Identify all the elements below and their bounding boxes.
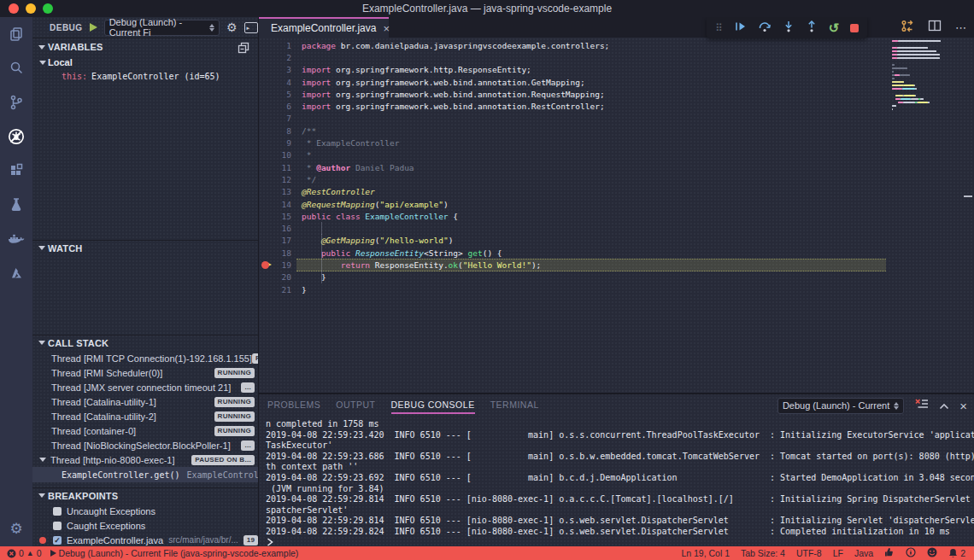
source-control-icon[interactable] <box>0 85 32 120</box>
line-number[interactable]: 7 <box>259 114 291 123</box>
close-tab-icon[interactable]: × <box>383 23 390 34</box>
code-line[interactable]: 10 * <box>259 149 974 161</box>
encoding[interactable]: UTF-8 <box>796 548 822 558</box>
call-stack-thread[interactable]: Thread [RMI Scheduler(0)]RUNNING <box>32 365 258 380</box>
indentation[interactable]: Tab Size: 4 <box>741 548 785 558</box>
line-number[interactable]: 4 <box>259 78 291 87</box>
breakpoint-checkbox[interactable] <box>53 522 62 530</box>
line-number[interactable]: 15 <box>259 212 291 221</box>
line-number[interactable]: 21 <box>259 285 291 295</box>
line-number[interactable]: 12 <box>259 175 291 184</box>
breakpoints-section-header[interactable]: BREAKPOINTS <box>32 487 258 503</box>
toolbar-drag-handle[interactable]: ⠿ <box>715 22 723 34</box>
call-stack-section-header[interactable]: CALL STACK <box>32 335 258 350</box>
code-line[interactable]: 2 <box>259 51 974 63</box>
configure-gear-icon[interactable]: ⚙ <box>226 20 238 34</box>
code-line[interactable]: 9 * ExampleController <box>259 137 974 149</box>
step-over-button[interactable] <box>758 20 772 36</box>
code-line[interactable]: 1package br.com.danielpadua.javaspringvs… <box>259 39 974 51</box>
line-number[interactable]: 18 <box>259 248 291 258</box>
extensions-icon[interactable] <box>0 154 32 188</box>
code-line[interactable]: 6import org.springframework.web.bind.ann… <box>259 100 974 112</box>
code-line[interactable]: 3import org.springframework.http.Respons… <box>259 64 974 76</box>
call-stack-thread[interactable]: Thread [http-nio-8080-exec-1]PAUSED ON B… <box>32 452 258 467</box>
line-number[interactable]: 5 <box>259 90 291 99</box>
azure-icon[interactable] <box>0 256 32 290</box>
line-number[interactable]: 13 <box>259 187 291 196</box>
clear-console-icon[interactable] <box>914 398 929 413</box>
breakpoint-item[interactable]: ✓ExampleController.javasrc/main/java/br/… <box>32 533 258 547</box>
code-line[interactable]: 13@RestController <box>259 186 974 198</box>
variables-scope-local[interactable]: Local <box>32 55 258 69</box>
code-line[interactable]: 15public class ExampleController { <box>259 210 974 222</box>
call-stack-thread[interactable]: Thread [JMX server connection timeout 21… <box>32 380 258 394</box>
maximize-window-button[interactable] <box>43 3 53 14</box>
close-window-button[interactable] <box>9 3 19 14</box>
breakpoint-item[interactable]: Caught Exceptions <box>32 518 258 533</box>
test-explorer-icon[interactable] <box>0 188 32 222</box>
line-number[interactable]: 17 <box>259 236 291 245</box>
tab-examplecontroller-java[interactable]: ExampleController.java × <box>259 17 389 38</box>
line-number[interactable]: 10 <box>259 150 291 160</box>
debug-session-picker[interactable]: Debug (Launch) - Current <box>777 398 904 414</box>
call-stack-thread[interactable]: Thread [container-0]RUNNING <box>32 423 258 438</box>
panel-tab-terminal[interactable]: TERMINAL <box>490 396 539 415</box>
continue-button[interactable] <box>734 20 747 36</box>
restart-button[interactable]: ↺ <box>829 22 840 34</box>
settings-gear-icon[interactable]: ⚙ <box>0 514 32 543</box>
code-line[interactable]: 11 * @author Daniel Padua <box>259 161 974 173</box>
code-line[interactable]: 17 @GetMapping("/hello-world") <box>259 235 974 247</box>
line-number[interactable]: 6 <box>259 102 291 111</box>
collapse-all-icon[interactable] <box>238 42 249 55</box>
code-line[interactable]: 5import org.springframework.web.bind.ann… <box>259 88 974 100</box>
variables-section-header[interactable]: VARIABLES <box>32 39 258 55</box>
code-line[interactable]: 4import org.springframework.web.bind.ann… <box>259 76 974 88</box>
search-icon[interactable] <box>0 51 32 85</box>
code-line[interactable]: 21} <box>259 283 974 295</box>
code-line[interactable]: 20 } <box>259 271 974 283</box>
stack-frame-selected[interactable]: ExampleController.get()ExampleControlle.… <box>32 467 258 482</box>
docker-icon[interactable] <box>0 222 32 256</box>
console-output[interactable]: n completed in 1758 ms2019-04-08 22:59:2… <box>259 417 974 536</box>
code-line[interactable]: 16 <box>259 222 974 234</box>
call-stack-thread[interactable]: Thread [Catalina-utility-1]RUNNING <box>32 394 258 409</box>
debug-config-picker[interactable]: Debug (Launch) - Current Fi <box>104 20 220 36</box>
language-mode[interactable]: Java <box>854 548 873 558</box>
code-editor[interactable]: 1package br.com.danielpadua.javaspringvs… <box>259 38 974 393</box>
notifications-bell[interactable]: 2 <box>948 548 965 558</box>
more-actions-icon[interactable]: ⋯ <box>955 21 967 34</box>
debug-console-toggle-icon[interactable]: ▸ <box>244 22 258 33</box>
breakpoint-paused-indicator[interactable] <box>259 259 273 271</box>
problems-status[interactable]: 0 ▲ 0 <box>7 548 42 558</box>
breakpoint-item[interactable]: Uncaught Exceptions <box>32 504 258 518</box>
panel-tab-output[interactable]: OUTPUT <box>336 396 375 415</box>
feedback-smiley-icon[interactable] <box>927 547 937 559</box>
panel-tab-debug-console[interactable]: DEBUG CONSOLE <box>391 396 475 415</box>
code-line[interactable]: 14@RequestMapping("api/example") <box>259 198 974 210</box>
code-line[interactable]: 7 <box>259 113 974 125</box>
code-line[interactable]: 19 return ResponseEntity.ok("Hello World… <box>259 259 974 271</box>
line-number[interactable]: 11 <box>259 163 291 172</box>
panel-tab-problems[interactable]: PROBLEMS <box>267 396 320 415</box>
line-number[interactable]: 9 <box>259 138 291 148</box>
line-number[interactable]: 3 <box>259 65 291 74</box>
breakpoint-checkbox[interactable]: ✓ <box>53 536 62 545</box>
code-line[interactable]: 18 public ResponseEntity<String> get() { <box>259 247 974 259</box>
cursor-position[interactable]: Ln 19, Col 1 <box>681 548 730 558</box>
minimap[interactable] <box>892 40 945 112</box>
call-stack-thread[interactable]: Thread [RMI TCP Connection(1)-192.168.1.… <box>32 351 258 365</box>
line-number[interactable]: 1 <box>259 41 291 50</box>
close-panel-icon[interactable]: × <box>959 400 967 412</box>
breakpoint-checkbox[interactable] <box>53 507 62 516</box>
call-stack-thread[interactable]: Thread [NioBlockingSelector.BlockPoller-… <box>32 438 258 452</box>
code-line[interactable]: 8/** <box>259 125 974 137</box>
minimize-window-button[interactable] <box>26 3 36 14</box>
explorer-icon[interactable] <box>0 17 32 51</box>
debug-session-status[interactable]: Debug (Launch) - Current File (java-spri… <box>50 548 299 558</box>
eol-sequence[interactable]: LF <box>833 548 843 558</box>
java-status-thumbsup-icon[interactable] <box>884 547 895 559</box>
git-compare-icon[interactable] <box>901 20 914 36</box>
maximize-panel-icon[interactable] <box>939 398 949 413</box>
call-stack-thread[interactable]: Thread [Catalina-utility-2]RUNNING <box>32 409 258 423</box>
line-number[interactable]: 2 <box>259 53 291 62</box>
